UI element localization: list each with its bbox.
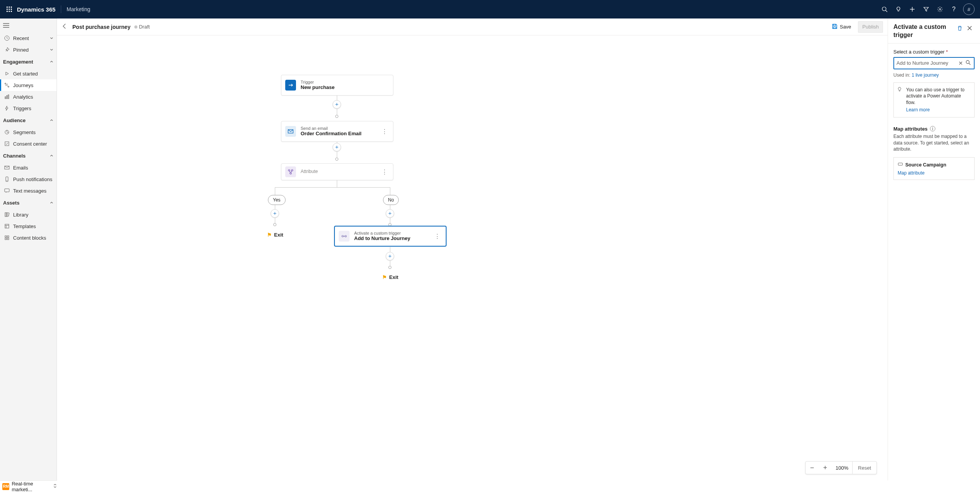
delete-button[interactable] [955, 23, 965, 33]
panel-title: Activate a custom trigger [893, 23, 955, 39]
save-button[interactable]: Save [828, 21, 855, 33]
account-avatar[interactable]: # [963, 3, 975, 15]
map-attribute-link[interactable]: Map attribute [898, 170, 925, 176]
sidebar-push[interactable]: Push notifications [0, 173, 57, 185]
filter-icon[interactable] [919, 0, 933, 18]
sidebar-journeys[interactable]: Journeys [0, 79, 57, 91]
sidebar-toggle[interactable] [0, 18, 57, 32]
svg-rect-35 [7, 236, 9, 237]
journey-name[interactable]: Post purchase journey [72, 24, 130, 30]
svg-point-44 [342, 235, 343, 237]
section-engagement[interactable]: Engagement [0, 55, 57, 68]
sidebar-triggers[interactable]: Triggers [0, 102, 57, 114]
add-step-button[interactable]: ＋ [333, 100, 341, 109]
zoom-reset[interactable]: Reset [852, 462, 876, 474]
svg-rect-21 [7, 96, 7, 99]
zoom-out[interactable]: − [806, 464, 819, 472]
svg-rect-6 [7, 11, 8, 12]
branch-yes[interactable]: Yes [268, 195, 286, 205]
card-menu[interactable]: ⋮ [380, 168, 389, 176]
info-icon[interactable]: i [930, 126, 935, 131]
attribute-card[interactable]: Source Campaign Map attribute [893, 157, 975, 180]
sidebar-analytics[interactable]: Analytics [0, 91, 57, 102]
main-area: Post purchase journey Draft Save Publish… [57, 18, 888, 480]
chevron-down-icon [50, 47, 54, 53]
journey-canvas[interactable]: TriggerNew purchase ＋ Send an emailOrder… [57, 35, 888, 480]
search-icon[interactable] [878, 0, 891, 18]
add-step-button[interactable]: ＋ [386, 252, 394, 260]
svg-rect-24 [5, 142, 9, 146]
card-menu[interactable]: ⋮ [433, 233, 442, 240]
learn-more-link[interactable]: Learn more [906, 107, 970, 113]
sidebar-get-started[interactable]: Get started [0, 68, 57, 79]
page-header: Post purchase journey Draft Save Publish [57, 18, 888, 35]
status-label: Draft [139, 24, 150, 30]
library-icon [3, 212, 11, 217]
app-switcher-label: Real-time marketi... [12, 481, 52, 492]
svg-rect-38 [833, 24, 836, 26]
section-assets[interactable]: Assets [0, 196, 57, 209]
app-switcher[interactable]: RM Real-time marketi... [0, 480, 57, 492]
svg-rect-2 [11, 7, 12, 8]
trigger-search[interactable]: Add to Nurture Journey ✕ [893, 57, 975, 69]
chevron-down-icon [50, 35, 54, 41]
used-in-link[interactable]: 1 live journey [911, 72, 939, 78]
chevron-up-icon [50, 200, 54, 206]
add-icon[interactable] [905, 0, 919, 18]
blocks-icon [3, 235, 11, 240]
svg-rect-30 [7, 213, 8, 217]
app-launcher[interactable] [3, 0, 15, 18]
module-name[interactable]: Marketing [67, 6, 90, 12]
add-step-button[interactable]: ＋ [271, 209, 279, 218]
map-attributes-desc: Each attribute must be mapped to a data … [893, 133, 975, 153]
sidebar-pinned[interactable]: Pinned [0, 44, 57, 55]
attribute-card[interactable]: Attribute ⋮ [281, 163, 393, 180]
top-bar: Dynamics 365 Marketing ? # [0, 0, 980, 18]
section-channels[interactable]: Channels [0, 149, 57, 162]
clear-icon[interactable]: ✕ [957, 60, 965, 66]
close-button[interactable] [965, 23, 975, 33]
exit-no: ⚑Exit [382, 274, 398, 280]
sidebar-templates[interactable]: Templates [0, 220, 57, 232]
left-sidebar: Recent Pinned Engagement Get started Jou… [0, 18, 57, 480]
svg-rect-34 [5, 236, 7, 237]
zoom-in[interactable]: + [819, 464, 832, 472]
add-step-button[interactable]: ＋ [333, 143, 341, 151]
trigger-icon [3, 106, 11, 111]
custom-trigger-card[interactable]: Activate a custom triggerAdd to Nurture … [334, 226, 447, 247]
sidebar-blocks[interactable]: Content blocks [0, 232, 57, 243]
sidebar-consent[interactable]: Consent center [0, 138, 57, 149]
email-card[interactable]: Send an emailOrder Confirmation Email ⋮ [281, 121, 393, 142]
svg-point-43 [290, 173, 291, 174]
lightbulb-icon[interactable] [891, 0, 905, 18]
custom-trigger-tile-icon [339, 231, 350, 242]
sidebar-emails[interactable]: Emails [0, 162, 57, 173]
sidebar-segments[interactable]: Segments [0, 126, 57, 138]
publish-button[interactable]: Publish [858, 21, 883, 33]
branch-no[interactable]: No [383, 195, 399, 205]
svg-point-9 [882, 7, 886, 11]
sidebar-recent[interactable]: Recent [0, 32, 57, 44]
svg-rect-0 [7, 7, 8, 8]
add-step-button[interactable]: ＋ [386, 209, 394, 218]
svg-point-13 [939, 8, 941, 10]
map-attributes-title: Map attributes i [893, 126, 975, 132]
play-icon [3, 71, 11, 76]
back-button[interactable] [62, 23, 68, 31]
help-icon[interactable]: ? [947, 0, 961, 18]
settings-icon[interactable] [933, 0, 947, 18]
flag-icon: ⚑ [382, 274, 387, 280]
template-icon [3, 223, 11, 229]
card-menu[interactable]: ⋮ [380, 128, 389, 135]
lightbulb-icon [897, 87, 902, 94]
chevron-up-icon [50, 153, 54, 159]
svg-rect-5 [11, 9, 12, 10]
exit-yes: ⚑Exit [267, 232, 283, 238]
section-audience[interactable]: Audience [0, 114, 57, 126]
svg-rect-20 [5, 97, 6, 99]
search-icon[interactable] [965, 60, 972, 66]
trigger-card[interactable]: TriggerNew purchase [281, 75, 393, 96]
sidebar-library[interactable]: Library [0, 209, 57, 220]
journey-icon [3, 82, 11, 88]
sidebar-text[interactable]: Text messages [0, 185, 57, 196]
